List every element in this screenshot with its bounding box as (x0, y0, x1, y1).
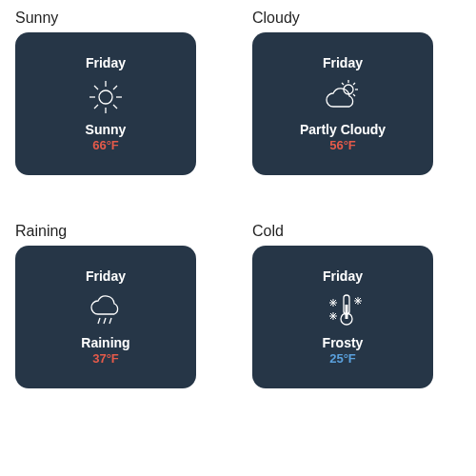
cell-title: Sunny (15, 10, 224, 27)
day-label: Friday (323, 268, 363, 284)
weather-cell-cold: Cold Friday (252, 223, 461, 388)
condition-label: Partly Cloudy (300, 122, 386, 137)
temperature-label: 66°F (92, 138, 119, 152)
weather-cell-cloudy: Cloudy Friday Partly Cloudy 56°F (252, 10, 461, 175)
svg-line-7 (94, 105, 98, 109)
svg-line-14 (342, 83, 344, 85)
weather-card: Friday Raining 37°F (15, 246, 196, 388)
sun-icon (85, 76, 127, 118)
svg-line-5 (94, 86, 98, 89)
condition-label: Frosty (323, 335, 364, 350)
day-label: Friday (323, 55, 363, 70)
cell-title: Raining (15, 223, 224, 240)
svg-line-15 (98, 318, 100, 324)
day-label: Friday (86, 268, 126, 284)
cell-title: Cold (252, 223, 461, 240)
temperature-label: 37°F (92, 351, 119, 366)
frosty-icon (322, 289, 364, 331)
temperature-label: 56°F (329, 138, 356, 152)
weather-card: Friday Partly Cloudy 56°F (252, 32, 433, 175)
cell-title: Cloudy (252, 10, 461, 27)
svg-line-17 (109, 318, 111, 324)
svg-line-8 (113, 86, 117, 89)
weather-cell-sunny: Sunny Friday Sunny 66°F (15, 10, 224, 175)
weather-card: Friday Sunny 66°F (15, 32, 196, 175)
svg-line-6 (113, 105, 117, 109)
weather-cards-grid: Sunny Friday Sunny 66°F Clo (15, 10, 461, 388)
temperature-label: 25°F (329, 351, 356, 366)
partly-cloudy-icon (322, 76, 364, 118)
svg-line-16 (104, 318, 106, 324)
weather-card: Friday (252, 246, 433, 388)
condition-label: Raining (81, 335, 129, 350)
svg-line-13 (353, 94, 355, 96)
svg-point-0 (99, 90, 112, 104)
svg-line-12 (353, 83, 355, 85)
day-label: Friday (86, 55, 126, 70)
weather-cell-raining: Raining Friday Raining 37°F (15, 223, 224, 388)
rain-icon (85, 289, 127, 331)
condition-label: Sunny (86, 122, 127, 137)
